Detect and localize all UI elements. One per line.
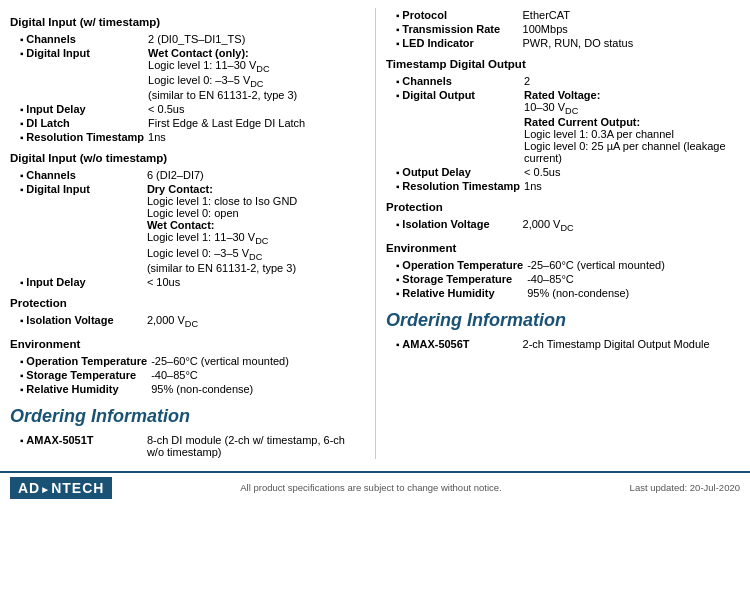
main-content: Digital Input (w/ timestamp) Channels 2 … (0, 0, 750, 463)
label-protocol: Protocol (386, 8, 521, 22)
label-op-temp-right: Operation Temperature (386, 258, 525, 272)
label-digital-input: Digital Input (10, 46, 146, 102)
label-isolation-right: Isolation Voltage (386, 217, 521, 234)
label-di-latch: DI Latch (10, 116, 146, 130)
value-amax5056t: 2-ch Timestamp Digital Output Module (521, 337, 740, 351)
table-row: DI Latch First Edge & Last Edge DI Latch (10, 116, 365, 130)
rated-voltage-label: Rated Voltage: (524, 89, 600, 101)
advantech-logo: AD►NTECH (10, 477, 112, 499)
ordering-left-table: AMAX-5051T 8-ch DI module (2-ch w/ times… (10, 433, 365, 459)
footer: AD►NTECH All product specifications are … (0, 471, 750, 503)
table-row: Resolution Timestamp 1ns (386, 179, 740, 193)
label-channels2: Channels (10, 168, 145, 182)
label-tx-rate: Transmission Rate (386, 22, 521, 36)
dc-sub5: DC (185, 319, 198, 329)
value-digital-input: Wet Contact (only): Logic level 1: 11–30… (146, 46, 365, 102)
table-row: Protocol EtherCAT (386, 8, 740, 22)
value-led: PWR, RUN, DO status (521, 36, 740, 50)
section-title-protection-left: Protection (10, 297, 365, 309)
table-row: Storage Temperature -40–85°C (386, 272, 740, 286)
ordering-title-right: Ordering Information (386, 310, 740, 331)
table-row: Resolution Timestamp 1ns (10, 130, 365, 144)
value-humidity-left: 95% (non-condense) (149, 382, 365, 396)
wet-contact-label: Wet Contact (only): (148, 47, 249, 59)
dc-sub3: DC (255, 237, 268, 247)
section-title-env-right: Environment (386, 242, 740, 254)
label-channels: Channels (10, 32, 146, 46)
left-column: Digital Input (w/ timestamp) Channels 2 … (10, 8, 375, 459)
env-left-table: Operation Temperature -25–60°C (vertical… (10, 354, 365, 396)
ts-do-table: Channels 2 Digital Output Rated Voltage:… (386, 74, 740, 193)
label-op-temp-left: Operation Temperature (10, 354, 149, 368)
protection-left-table: Isolation Voltage 2,000 VDC (10, 313, 365, 330)
env-right-table: Operation Temperature -25–60°C (vertical… (386, 258, 740, 300)
footer-disclaimer: All product specifications are subject t… (240, 482, 501, 493)
label-resolution-ts: Resolution Timestamp (10, 130, 146, 144)
table-row: Digital Output Rated Voltage: 10–30 VDC … (386, 88, 740, 165)
table-row: Digital Input Dry Contact: Logic level 1… (10, 182, 365, 274)
label-channels-do: Channels (386, 74, 522, 88)
value-op-temp-right: -25–60°C (vertical mounted) (525, 258, 740, 272)
value-input-delay: < 0.5us (146, 102, 365, 116)
dc-sub7: DC (560, 223, 573, 233)
label-input-delay: Input Delay (10, 102, 146, 116)
section-title-di-without-ts: Digital Input (w/o timestamp) (10, 152, 365, 164)
table-row: Isolation Voltage 2,000 VDC (386, 217, 740, 234)
label-digital-input2: Digital Input (10, 182, 145, 274)
value-amax5051t: 8-ch DI module (2-ch w/ timestamp, 6-ch … (145, 433, 365, 459)
table-row: Channels 2 (386, 74, 740, 88)
table-row: Relative Humidity 95% (non-condense) (10, 382, 365, 396)
protection-right-table: Isolation Voltage 2,000 VDC (386, 217, 740, 234)
value-digital-output: Rated Voltage: 10–30 VDC Rated Current O… (522, 88, 740, 165)
table-row: AMAX-5056T 2-ch Timestamp Digital Output… (386, 337, 740, 351)
footer-date: Last updated: 20-Jul-2020 (630, 482, 740, 493)
value-storage-temp-right: -40–85°C (525, 272, 740, 286)
value-isolation-left: 2,000 VDC (145, 313, 365, 330)
value-op-temp-left: -25–60°C (vertical mounted) (149, 354, 365, 368)
di-without-ts-table: Channels 6 (DI2–DI7) Digital Input Dry C… (10, 168, 365, 288)
table-row: Operation Temperature -25–60°C (vertical… (10, 354, 365, 368)
value-resolution-ts: 1ns (146, 130, 365, 144)
section-title-protection-right: Protection (386, 201, 740, 213)
ordering-title-left: Ordering Information (10, 406, 365, 427)
dry-contact-label: Dry Contact: (147, 183, 213, 195)
table-row: Output Delay < 0.5us (386, 165, 740, 179)
label-amax5056t: AMAX-5056T (386, 337, 521, 351)
label-humidity-right: Relative Humidity (386, 286, 525, 300)
value-digital-input2: Dry Contact: Logic level 1: close to Iso… (145, 182, 365, 274)
label-resolution-ts-do: Resolution Timestamp (386, 179, 522, 193)
wet-contact-label2: Wet Contact: (147, 219, 215, 231)
value-output-delay: < 0.5us (522, 165, 740, 179)
dc-sub: DC (256, 64, 269, 74)
value-protocol: EtherCAT (521, 8, 740, 22)
label-isolation-left: Isolation Voltage (10, 313, 145, 330)
value-isolation-right: 2,000 VDC (521, 217, 740, 234)
value-resolution-ts-do: 1ns (522, 179, 740, 193)
label-input-delay2: Input Delay (10, 275, 145, 289)
value-input-delay2: < 10us (145, 275, 365, 289)
table-row: Input Delay < 0.5us (10, 102, 365, 116)
table-row: Input Delay < 10us (10, 275, 365, 289)
value-di-latch: First Edge & Last Edge DI Latch (146, 116, 365, 130)
table-row: Relative Humidity 95% (non-condense) (386, 286, 740, 300)
rated-current-label: Rated Current Output: (524, 116, 640, 128)
label-storage-temp-left: Storage Temperature (10, 368, 149, 382)
label-amax5051t: AMAX-5051T (10, 433, 145, 459)
dc-sub2: DC (250, 79, 263, 89)
label-output-delay: Output Delay (386, 165, 522, 179)
table-row: Channels 2 (DI0_TS–DI1_TS) (10, 32, 365, 46)
section-title-di-with-ts: Digital Input (w/ timestamp) (10, 16, 365, 28)
table-row: AMAX-5051T 8-ch DI module (2-ch w/ times… (10, 433, 365, 459)
section-title-ts-do: Timestamp Digital Output (386, 58, 740, 70)
label-storage-temp-right: Storage Temperature (386, 272, 525, 286)
value-tx-rate: 100Mbps (521, 22, 740, 36)
label-humidity-left: Relative Humidity (10, 382, 149, 396)
dc-sub6: DC (565, 106, 578, 116)
value-storage-temp-left: -40–85°C (149, 368, 365, 382)
table-row: Isolation Voltage 2,000 VDC (10, 313, 365, 330)
table-row: LED Indicator PWR, RUN, DO status (386, 36, 740, 50)
label-digital-output: Digital Output (386, 88, 522, 165)
ordering-right-table: AMAX-5056T 2-ch Timestamp Digital Output… (386, 337, 740, 351)
table-row: Storage Temperature -40–85°C (10, 368, 365, 382)
dc-sub4: DC (249, 252, 262, 262)
